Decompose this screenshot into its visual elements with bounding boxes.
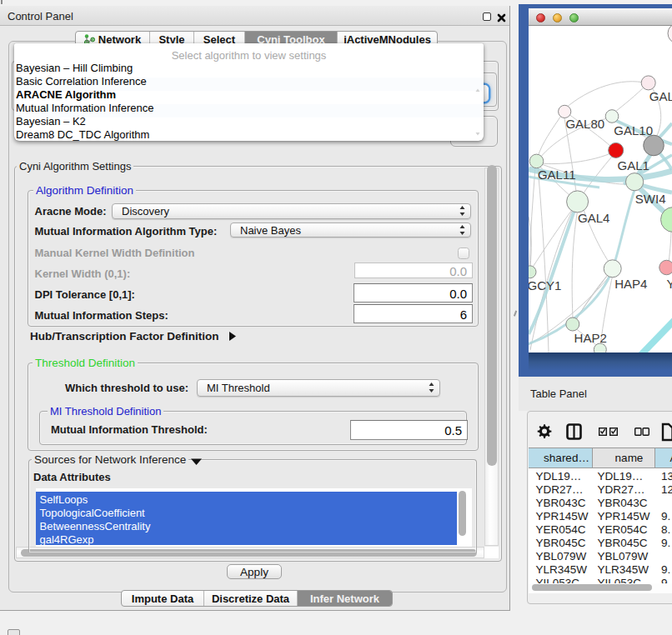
svg-text:GAL4: GAL4	[578, 211, 609, 225]
svg-text:HAP2: HAP2	[574, 331, 607, 345]
svg-text:GAL80: GAL80	[565, 117, 604, 131]
svg-text:SWI4: SWI4	[635, 192, 666, 206]
svg-text:GAL1: GAL1	[618, 158, 649, 172]
svg-text:GAL: GAL	[649, 89, 672, 103]
svg-text:HAP4: HAP4	[614, 277, 647, 291]
svg-text:GAL10: GAL10	[614, 123, 653, 138]
svg-text:GCY1: GCY1	[529, 278, 561, 292]
svg-text:GAL11: GAL11	[538, 168, 576, 182]
svg-text:Y: Y	[667, 277, 672, 291]
